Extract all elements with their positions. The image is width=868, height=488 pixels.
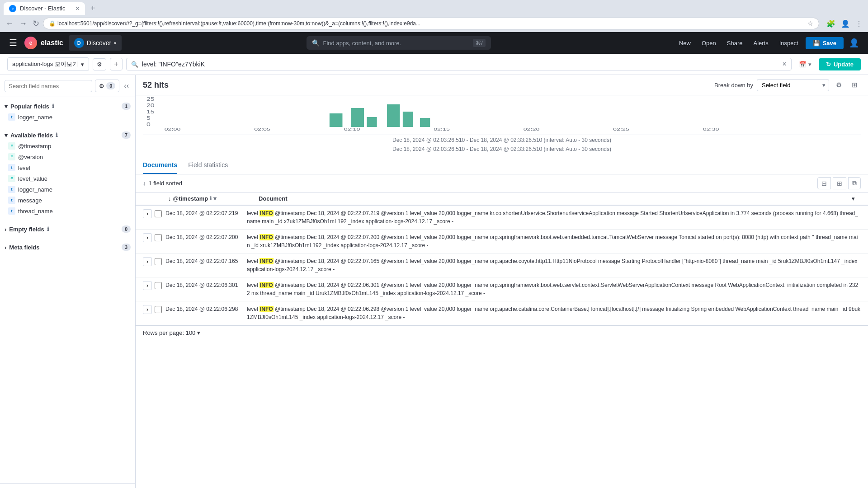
table-row[interactable]: › Dec 18, 2024 @ 02:22:07.165 level INFO… (136, 253, 868, 277)
timestamp-sort-icon: ↓ (168, 195, 171, 202)
grid-view-btn[interactable]: ⊞ (833, 177, 846, 189)
sidebar-field-level[interactable]: t level (5, 162, 131, 173)
table-view-btn[interactable]: ⊟ (817, 177, 831, 189)
chevron-right-icon: › (5, 226, 6, 233)
tab-close-btn[interactable]: × (75, 5, 80, 12)
index-selector[interactable]: application-logs 모아보기 ▾ (7, 57, 89, 71)
share-btn[interactable]: Share (723, 37, 746, 49)
display-settings-btn[interactable]: ⊞ (849, 79, 861, 91)
sidebar-field-version[interactable]: # @version (5, 151, 131, 162)
breakdown-select-wrap: Select field (757, 79, 829, 91)
sidebar-field-level-value[interactable]: # level_value (5, 173, 131, 184)
field-type-icon-t: t (8, 113, 15, 121)
row-checkbox[interactable] (155, 306, 162, 313)
hamburger-menu-btn[interactable]: ☰ (7, 36, 19, 50)
table-row[interactable]: › Dec 18, 2024 @ 02:22:06.298 level INFO… (136, 301, 868, 325)
chart-settings-btn[interactable]: ⚙ (833, 79, 845, 91)
popular-fields-header[interactable]: ▾ Popular fields ℹ 1 (5, 101, 131, 112)
bookmark-icon[interactable]: ☆ (807, 20, 813, 27)
table-row[interactable]: › Dec 18, 2024 @ 02:22:07.200 level INFO… (136, 230, 868, 253)
search-input[interactable] (142, 61, 779, 68)
field-name-label: logger_name (18, 114, 127, 121)
address-text: localhost:5601/app/discover#/?_g=(filter… (57, 20, 806, 27)
empty-fields-header[interactable]: › Empty fields ℹ 0 (5, 224, 131, 235)
back-btn[interactable]: ← (4, 17, 15, 30)
row-expand-btn[interactable]: › (143, 209, 152, 218)
refresh-btn[interactable]: ↻ (31, 17, 41, 30)
sidebar-field-logger-name-popular[interactable]: t logger_name (5, 112, 131, 122)
browser-tab-bar: e Discover - Elastic × + (0, 0, 868, 15)
forward-btn[interactable]: → (17, 17, 29, 30)
profile-btn[interactable]: 👤 (839, 18, 852, 30)
field-type-icon-t: t (8, 207, 15, 215)
field-name-label: level_value (18, 175, 127, 182)
sidebar-field-thread-name[interactable]: t thread_name (5, 206, 131, 216)
app-header: ☰ e elastic D Discover ▾ 🔍 Find apps, co… (0, 32, 868, 54)
popular-fields-section: ▾ Popular fields ℹ 1 t logger_name (0, 97, 135, 126)
popular-fields-info-icon: ℹ (52, 103, 54, 109)
sidebar-filter-btn[interactable]: ⚙ 0 (95, 80, 119, 92)
sidebar-field-message[interactable]: t message (5, 195, 131, 206)
tab-field-statistics[interactable]: Field statistics (188, 157, 228, 174)
address-bar[interactable]: 🔒 localhost:5601/app/discover#/?_g=(filt… (43, 18, 819, 29)
row-expand-btn[interactable]: › (143, 233, 152, 242)
row-checkbox[interactable] (155, 258, 162, 265)
meta-fields-count: 3 (122, 244, 131, 251)
tab-field-statistics-label: Field statistics (188, 161, 228, 169)
timestamp-col-header[interactable]: ↓ @timestamp ℹ ▾ (168, 195, 259, 202)
sidebar-field-logger-name[interactable]: t logger_name (5, 184, 131, 195)
new-btn[interactable]: New (675, 37, 694, 49)
refresh-icon: ↻ (826, 61, 831, 68)
extensions-btn[interactable]: 🧩 (825, 18, 837, 30)
browser-chrome: e Discover - Elastic × + ← → ↻ 🔒 localho… (0, 0, 868, 32)
row-expand-btn[interactable]: › (143, 305, 152, 314)
chart-bar (387, 104, 400, 127)
expand-all-col[interactable]: ▾ (852, 195, 861, 202)
table-row[interactable]: › Dec 18, 2024 @ 02:22:07.219 level INFO… (136, 206, 868, 230)
row-document: level INFO @timestamp Dec 18, 2024 @ 02:… (247, 305, 861, 321)
compare-view-btn[interactable]: ⧉ (848, 177, 861, 189)
views-toolbar: ↓ 1 field sorted ⊟ ⊞ ⧉ (136, 174, 868, 192)
save-btn[interactable]: 💾 Save (806, 37, 844, 49)
sort-indicator: ↓ 1 field sorted (143, 180, 182, 187)
search-bar-icon: 🔍 (131, 61, 138, 68)
discover-nav-btn[interactable]: D Discover ▾ (69, 35, 122, 51)
row-expand-btn[interactable]: › (143, 281, 152, 290)
chart-bar (330, 113, 343, 127)
browser-tab-active[interactable]: e Discover - Elastic × (4, 2, 85, 15)
sidebar-field-timestamp[interactable]: # @timestamp (5, 141, 131, 151)
sidebar-collapse-btn[interactable]: ‹‹ (122, 80, 131, 92)
table-wrapper: ↓ @timestamp ℹ ▾ Document ▾ › Dec 18, 20… (136, 192, 868, 488)
available-fields-header[interactable]: ▾ Available fields ℹ 7 (5, 130, 131, 141)
open-btn[interactable]: Open (698, 37, 720, 49)
available-fields-info-icon: ℹ (56, 132, 58, 138)
tab-documents[interactable]: Documents (143, 157, 177, 174)
menu-btn[interactable]: ⋮ (854, 18, 864, 30)
search-clear-btn[interactable]: × (783, 60, 787, 68)
search-icon: 🔍 (312, 39, 320, 47)
save-icon: 💾 (813, 40, 820, 47)
table-row[interactable]: › Dec 18, 2024 @ 02:22:06.301 level INFO… (136, 277, 868, 301)
alerts-btn[interactable]: Alerts (750, 37, 772, 49)
row-expand-btn[interactable]: › (143, 257, 152, 266)
global-search-bar[interactable]: 🔍 Find apps, content, and more. ⌘/ (307, 36, 491, 50)
filter-options-btn[interactable]: ⚙ (93, 58, 106, 70)
chevron-down-icon: ▾ (5, 132, 8, 139)
new-tab-btn[interactable]: + (87, 2, 99, 15)
available-fields-section: ▾ Available fields ℹ 7 # @timestamp # @v… (0, 126, 135, 220)
row-checkbox[interactable] (155, 234, 162, 241)
update-btn[interactable]: ↻ Update (819, 58, 861, 70)
meta-fields-header[interactable]: › Meta fields 3 (5, 242, 131, 253)
document-col-header: Document (259, 195, 852, 202)
update-label: Update (834, 61, 854, 68)
add-filter-btn[interactable]: + (110, 58, 123, 70)
inspect-btn[interactable]: Inspect (776, 37, 802, 49)
breakdown-select[interactable]: Select field (757, 79, 829, 91)
row-checkbox[interactable] (155, 210, 162, 217)
rows-chevron-icon[interactable]: ▾ (197, 329, 200, 336)
sidebar-search-input[interactable] (5, 80, 92, 92)
row-checkbox[interactable] (155, 282, 162, 289)
user-avatar-btn[interactable]: 👤 (847, 36, 861, 50)
date-picker-btn[interactable]: 📅 ▾ (795, 59, 815, 70)
discover-nav-label: Discover (87, 39, 111, 47)
